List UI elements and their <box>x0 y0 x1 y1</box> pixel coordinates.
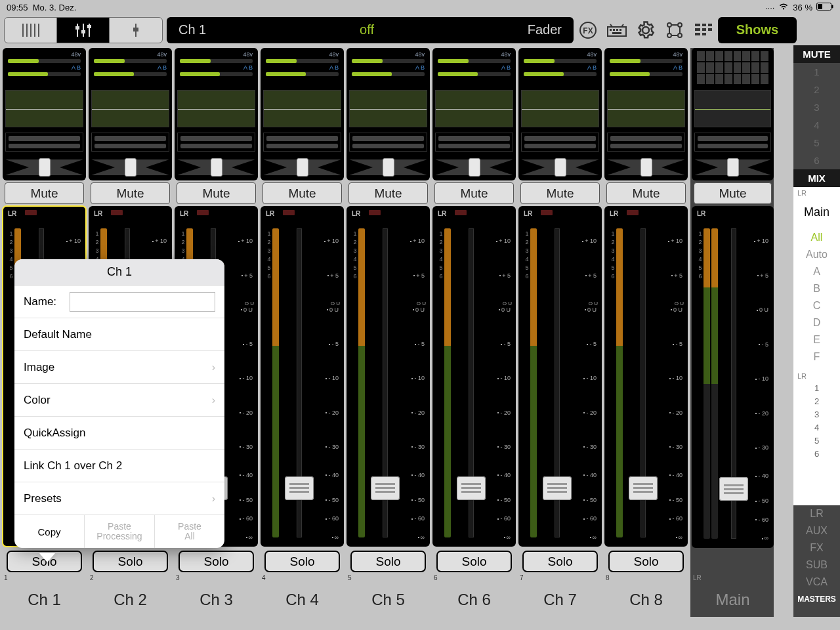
mute-button[interactable]: Mute <box>520 182 600 204</box>
paste-processing-button[interactable]: PasteProcessing <box>85 515 155 548</box>
fader-cap[interactable] <box>543 476 572 500</box>
mute-button[interactable]: Mute <box>5 182 84 204</box>
group-b[interactable]: B <box>793 280 840 297</box>
master-overview[interactable] <box>692 48 774 87</box>
mix-main-button[interactable]: Main <box>793 199 840 225</box>
master-pan[interactable] <box>694 159 771 175</box>
mute-group-3[interactable]: 3 <box>793 98 840 116</box>
eq-section[interactable] <box>432 87 516 130</box>
preamp-section[interactable]: 48v A B <box>432 48 516 87</box>
routing-icon[interactable] <box>664 20 685 41</box>
masters-sub[interactable]: SUB <box>793 556 840 574</box>
pan-control[interactable] <box>435 159 513 175</box>
eq-section[interactable] <box>89 87 172 130</box>
mute-button[interactable]: Mute <box>262 182 342 204</box>
mute-group-5[interactable]: 5 <box>793 134 840 152</box>
channel-label[interactable]: Ch 8 <box>604 583 688 617</box>
channel-label[interactable]: Ch 6 <box>432 583 516 617</box>
eq-section[interactable] <box>604 87 688 130</box>
layer-2[interactable]: 2 <box>793 394 840 408</box>
channel-label[interactable]: Ch 3 <box>175 583 258 617</box>
mute-group-1[interactable]: 1 <box>793 63 840 81</box>
group-a[interactable]: A <box>793 263 840 280</box>
preamp-section[interactable]: 48v A B <box>89 48 172 87</box>
dynamics-section[interactable] <box>89 130 172 154</box>
channel-label[interactable]: Ch 2 <box>89 583 172 617</box>
name-input[interactable] <box>70 292 215 312</box>
master-eq[interactable] <box>692 87 774 130</box>
preamp-section[interactable]: 48v A B <box>175 48 258 87</box>
channel-label[interactable]: Ch 5 <box>346 583 430 617</box>
solo-button[interactable]: Solo <box>264 551 340 572</box>
layer-4[interactable]: 4 <box>793 421 840 434</box>
preamp-section[interactable]: 48v A B <box>604 48 688 87</box>
preamp-section[interactable]: 48v A B <box>261 48 344 87</box>
default-name-row[interactable]: Default Name <box>14 318 224 351</box>
layer-5[interactable]: 5 <box>793 434 840 447</box>
image-row[interactable]: Image› <box>14 351 224 384</box>
dynamics-section[interactable] <box>261 130 344 154</box>
group-c[interactable]: C <box>793 297 840 314</box>
color-row[interactable]: Color› <box>14 384 224 417</box>
fader-track[interactable] <box>453 228 489 537</box>
quickassign-row[interactable]: QuickAssign <box>14 417 224 450</box>
copy-button[interactable]: Copy <box>14 515 85 548</box>
channel-label[interactable]: Ch 7 <box>518 583 602 617</box>
master-label[interactable]: Main <box>692 583 774 617</box>
view-single-button[interactable] <box>110 18 162 43</box>
master-fader-track[interactable] <box>720 228 747 539</box>
eq-section[interactable] <box>346 87 430 130</box>
pan-control[interactable] <box>607 159 685 175</box>
paste-all-button[interactable]: PasteAll <box>155 515 224 548</box>
fader-track[interactable] <box>625 228 661 537</box>
group-e[interactable]: E <box>793 331 840 348</box>
fader-track[interactable] <box>539 228 575 537</box>
preamp-section[interactable]: 48v A B <box>3 48 86 87</box>
preamp-section[interactable]: 48v A B <box>346 48 430 87</box>
master-dyn[interactable] <box>692 130 774 154</box>
dynamics-section[interactable] <box>432 130 516 154</box>
masters-button[interactable]: MASTERS <box>793 591 840 608</box>
pan-control[interactable] <box>91 159 169 175</box>
solo-button[interactable]: Solo <box>350 551 426 572</box>
eq-section[interactable] <box>175 87 258 130</box>
solo-button[interactable]: Solo <box>608 551 684 572</box>
mute-group-4[interactable]: 4 <box>793 116 840 134</box>
channel-label[interactable]: Ch 1 <box>3 583 86 617</box>
view-narrow-button[interactable] <box>5 18 57 43</box>
pan-control[interactable] <box>5 159 83 175</box>
master-fader-cap[interactable] <box>719 477 748 501</box>
layer-6[interactable]: 6 <box>793 447 840 460</box>
eq-section[interactable] <box>3 87 86 130</box>
mute-group-6[interactable]: 6 <box>793 152 840 169</box>
dynamics-section[interactable] <box>518 130 602 154</box>
keyboard-icon[interactable] <box>606 20 627 41</box>
solo-button[interactable]: Solo <box>522 551 598 572</box>
group-auto[interactable]: Auto <box>793 246 840 263</box>
pan-control[interactable] <box>521 159 599 175</box>
link-row[interactable]: Link Ch 1 over Ch 2 <box>14 450 224 482</box>
fader-cap[interactable] <box>371 476 400 500</box>
fader-cap[interactable] <box>457 476 486 500</box>
meters-icon[interactable] <box>693 20 714 41</box>
solo-button[interactable]: Solo <box>93 551 168 572</box>
eq-section[interactable] <box>261 87 344 130</box>
fader-cap[interactable] <box>629 476 658 500</box>
fader-cap[interactable] <box>285 476 314 500</box>
mute-button[interactable]: Mute <box>606 182 686 204</box>
fader-track[interactable] <box>281 228 317 537</box>
gear-icon[interactable] <box>635 20 656 41</box>
shows-button[interactable]: Shows <box>718 17 797 43</box>
masters-aux[interactable]: AUX <box>793 522 840 539</box>
fx-icon[interactable]: FX <box>578 20 598 41</box>
dynamics-section[interactable] <box>3 130 86 154</box>
pan-control[interactable] <box>263 159 341 175</box>
masters-lr[interactable]: LR <box>793 505 840 522</box>
group-d[interactable]: D <box>793 314 840 331</box>
group-all[interactable]: All <box>793 229 840 246</box>
layer-3[interactable]: 3 <box>793 408 840 421</box>
masters-fx[interactable]: FX <box>793 539 840 556</box>
dynamics-section[interactable] <box>175 130 258 154</box>
fader-track[interactable] <box>367 228 403 537</box>
dynamics-section[interactable] <box>346 130 430 154</box>
